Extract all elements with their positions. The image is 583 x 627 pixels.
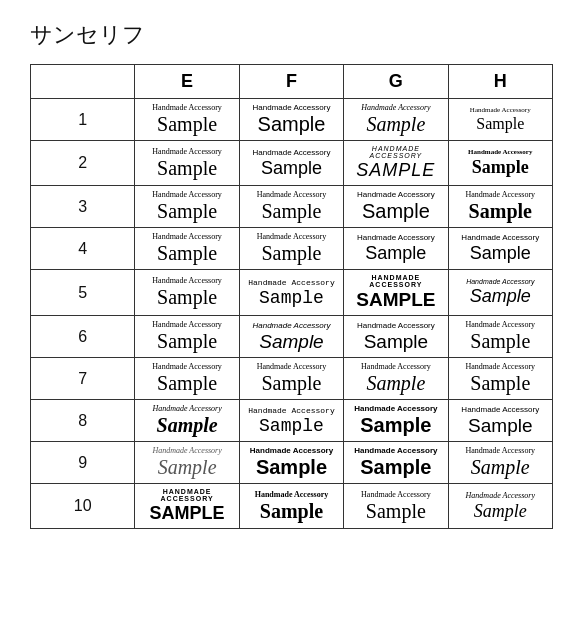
table-cell: Handmade AccessorySample [448, 316, 552, 358]
cell-main-text: Sample [243, 500, 340, 523]
table-cell: Handmade AccessorySample [448, 400, 552, 442]
cell-main-text: Sample [347, 500, 444, 523]
table-cell: Handmade AccessorySample [448, 270, 552, 316]
cell-subtitle: Handmade Accessory [138, 103, 235, 112]
cell-subtitle: Handmade Accessory [347, 446, 444, 455]
table-cell: Handmade AccessorySample [239, 316, 343, 358]
table-cell: Handmade AccessorySample [448, 228, 552, 270]
cell-main-text: Sample [243, 288, 340, 308]
cell-subtitle: Handmade Accessory [243, 278, 340, 287]
cell-main-text: Sample [138, 414, 235, 437]
cell-main-text: Sample [243, 158, 340, 179]
cell-subtitle: HANDMADE ACCESSORY [347, 145, 444, 159]
cell-main-text: Sample [243, 200, 340, 223]
cell-subtitle: Handmade Accessory [347, 362, 444, 371]
cell-subtitle: Handmade Accessory [138, 446, 235, 455]
font-sample-table: E F G H 1Handmade AccessorySampleHandmad… [30, 64, 553, 529]
table-cell: Handmade AccessorySample [344, 358, 448, 400]
cell-main-text: Sample [243, 416, 340, 436]
cell-subtitle: Handmade Accessory [452, 446, 549, 455]
cell-subtitle: Handmade Accessory [452, 320, 549, 329]
row-number: 5 [31, 270, 135, 316]
cell-main-text: Sample [347, 456, 444, 479]
cell-subtitle: Handmade Accessory [138, 147, 235, 156]
cell-main-text: Sample [138, 200, 235, 223]
cell-main-text: Sample [452, 456, 549, 479]
row-number: 9 [31, 442, 135, 484]
table-cell: Handmade AccessorySample [344, 316, 448, 358]
cell-subtitle: Handmade Accessory [243, 490, 340, 499]
table-cell: Handmade AccessorySample [448, 358, 552, 400]
table-cell: Handmade AccessorySample [239, 400, 343, 442]
table-cell: Handmade AccessorySample [239, 484, 343, 529]
cell-subtitle: Handmade Accessory [452, 190, 549, 199]
cell-main-text: Sample [347, 113, 444, 136]
table-cell: Handmade AccessorySample [448, 99, 552, 141]
cell-subtitle: Handmade Accessory [347, 490, 444, 499]
row-number: 3 [31, 186, 135, 228]
cell-subtitle: Handmade Accessory [243, 321, 340, 330]
cell-subtitle: Handmade Accessory [243, 446, 340, 455]
cell-main-text: SAMPLE [347, 289, 444, 311]
cell-subtitle: Handmade Accessory [243, 406, 340, 415]
cell-main-text: Sample [347, 372, 444, 395]
cell-subtitle: Handmade Accessory [452, 233, 549, 242]
cell-main-text: Sample [452, 415, 549, 437]
cell-main-text: Sample [452, 501, 549, 522]
cell-main-text: Sample [452, 200, 549, 223]
table-cell: Handmade AccessorySample [448, 484, 552, 529]
cell-main-text: Sample [138, 372, 235, 395]
table-cell: Handmade AccessorySample [135, 270, 239, 316]
cell-subtitle: Handmade Accessory [452, 278, 549, 285]
cell-subtitle: Handmade Accessory [347, 233, 444, 242]
page-title: サンセリフ [30, 20, 553, 50]
table-cell: Handmade AccessorySample [135, 358, 239, 400]
table-cell: Handmade AccessorySample [239, 358, 343, 400]
cell-subtitle: Handmade Accessory [452, 148, 549, 156]
row-number: 4 [31, 228, 135, 270]
table-cell: Handmade AccessorySample [344, 400, 448, 442]
table-cell: Handmade AccessorySample [239, 186, 343, 228]
cell-subtitle: Handmade Accessory [138, 190, 235, 199]
cell-subtitle: Handmade Accessory [243, 190, 340, 199]
col-header-e: E [135, 65, 239, 99]
cell-main-text: Sample [452, 115, 549, 133]
cell-subtitle: Handmade Accessory [347, 404, 444, 413]
cell-main-text: Sample [243, 331, 340, 353]
cell-main-text: Sample [243, 456, 340, 479]
table-cell: Handmade AccessorySample [239, 99, 343, 141]
cell-subtitle: Handmade Accessory [452, 405, 549, 414]
cell-main-text: Sample [243, 113, 340, 136]
cell-main-text: Sample [452, 243, 549, 264]
cell-subtitle: Handmade Accessory [347, 103, 444, 112]
table-cell: Handmade AccessorySample [344, 228, 448, 270]
table-cell: Handmade AccessorySample [239, 442, 343, 484]
table-cell: Handmade AccessorySample [135, 186, 239, 228]
cell-main-text: Sample [243, 372, 340, 395]
cell-main-text: Sample [347, 200, 444, 223]
cell-subtitle: Handmade Accessory [243, 148, 340, 157]
cell-main-text: Sample [452, 330, 549, 353]
table-cell: Handmade AccessorySample [344, 186, 448, 228]
table-cell: Handmade AccessorySample [239, 141, 343, 186]
cell-subtitle: Handmade Accessory [138, 232, 235, 241]
cell-main-text: Sample [243, 242, 340, 265]
table-cell: Handmade AccessorySample [448, 141, 552, 186]
table-cell: HANDMADE ACCESSORYSAMPLE [135, 484, 239, 529]
col-header-h: H [448, 65, 552, 99]
row-number: 2 [31, 141, 135, 186]
cell-subtitle: Handmade Accessory [138, 320, 235, 329]
cell-subtitle: Handmade Accessory [138, 404, 235, 413]
table-cell: Handmade AccessorySample [344, 99, 448, 141]
cell-main-text: SAMPLE [347, 160, 444, 181]
table-cell: Handmade AccessorySample [239, 270, 343, 316]
table-cell: Handmade AccessorySample [239, 228, 343, 270]
row-number: 10 [31, 484, 135, 529]
cell-main-text: Sample [138, 157, 235, 180]
table-cell: Handmade AccessorySample [344, 442, 448, 484]
table-cell: Handmade AccessorySample [135, 141, 239, 186]
table-cell: Handmade AccessorySample [135, 99, 239, 141]
cell-main-text: Sample [138, 242, 235, 265]
row-number: 1 [31, 99, 135, 141]
cell-main-text: Sample [347, 414, 444, 437]
